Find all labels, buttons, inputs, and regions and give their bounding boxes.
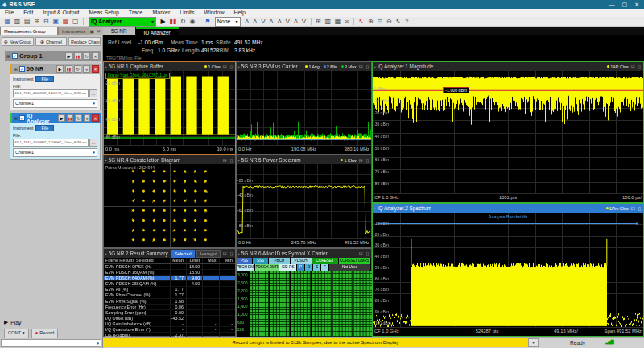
menu-meas-setup[interactable]: Meas Setup [85, 9, 124, 17]
result-summary-table[interactable]: Frame Results SelectedMeanLimitMaxMinEVM… [104, 258, 235, 336]
select-pointer-icon[interactable]: ↖ [357, 17, 365, 27]
channel-select[interactable]: Channel1▾ [13, 148, 97, 157]
peak-search-icon[interactable]: Λ [243, 17, 251, 27]
new-group-button[interactable]: ⊕ New Group [2, 37, 34, 46]
table-row[interactable]: Sampling Error (ppm)0.00 [104, 310, 235, 316]
group-pause-icon[interactable]: ▮▮ [74, 52, 81, 60]
window-layout-icon[interactable]: ▦ [332, 17, 342, 27]
print-icon[interactable]: ⊟ [222, 64, 228, 69]
menu-help[interactable]: Help [229, 9, 250, 17]
file-path-input[interactable]: 45-1_TDD_400MHZ_120KHZ_10ms_8VM.wv [13, 89, 89, 97]
evm-vs-carrier-plot[interactable] [237, 71, 371, 146]
record-button[interactable]: ● Record [31, 329, 59, 338]
menu-file[interactable]: File [0, 9, 19, 17]
file-path-input[interactable]: 45-1_TDD_400MHZ_120KHZ_10ms_8VM.wv [13, 139, 89, 147]
table-row[interactable]: EVM All (%)1.77 [104, 287, 235, 292]
table-row[interactable]: EVM PDSCH 256QAM (%)4.50 [104, 281, 235, 287]
menu-marker[interactable]: Marker [148, 9, 175, 17]
context-help-icon[interactable]: ↖ [394, 17, 402, 27]
split-window-icon[interactable]: ▥ [323, 17, 332, 27]
next-peak-icon[interactable]: Λ [251, 17, 259, 27]
print-icon[interactable]: ⊟ [358, 251, 364, 256]
channel-header-5g-nr[interactable]: ⊞✓5G NR▶▮▮↻●✕ [10, 64, 101, 74]
marker-func-icon[interactable]: V [283, 17, 291, 27]
channel-loop-icon[interactable]: ↻ [75, 114, 82, 122]
delete-icon[interactable]: ▯ [229, 64, 233, 69]
print-icon[interactable]: ⊟ [222, 251, 228, 256]
group-loop-icon[interactable]: ↻ [83, 52, 90, 60]
add-window-icon[interactable]: ⊞ [314, 17, 323, 27]
marker-off-icon[interactable]: V [299, 17, 308, 27]
channel-play-icon[interactable]: ▶ [56, 65, 64, 72]
open-layout-icon[interactable]: ▦ [2, 17, 12, 27]
print-icon[interactable]: ⊟ [630, 205, 636, 211]
delete-icon[interactable]: ▯ [365, 64, 369, 69]
channel-play-icon[interactable]: ▶ [58, 114, 65, 122]
pause-icon[interactable]: ▮▮ [167, 17, 179, 27]
delete-icon[interactable]: ▯ [638, 64, 642, 69]
menu-edit[interactable]: Edit [19, 9, 38, 17]
minimize-icon[interactable]: — [609, 2, 615, 8]
zoom-box-icon[interactable]: ⊡ [375, 17, 384, 27]
replace-channel-button[interactable]: ⇄ Replace Channel [68, 37, 101, 46]
marker-select[interactable]: None▾ [215, 17, 241, 27]
tab-instruments[interactable]: Instruments [58, 27, 89, 35]
zoom-in-icon[interactable]: ⊕ [366, 17, 375, 27]
table-row[interactable]: I/Q Gain Imbalance (dB)--- [104, 321, 235, 327]
open-file-icon[interactable]: ▤ [23, 17, 32, 27]
channel-close-icon[interactable]: ✕ [92, 65, 99, 72]
table-row[interactable]: I/Q Quadrature Error (°)--- [104, 327, 235, 333]
table-row[interactable]: I/Q Offset (dB)-43.52 [104, 316, 235, 321]
marker-icon[interactable]: ⚑ [203, 17, 213, 27]
channel-record-icon[interactable]: ● [84, 114, 91, 122]
iq-spectrum-titlebar[interactable]: ▪ IQ Analyzer.2 Spectrum 1Rm Clrw ⊟ ▯ [373, 204, 643, 213]
constellation-titlebar[interactable]: ▪ 5G NR.4 Constellation Diagram ⊟ ▯ [104, 155, 235, 164]
averaged-button[interactable]: Averaged [196, 250, 221, 258]
capture-buffer-titlebar[interactable]: ▪ 5G NR.1 Capture Buffer 1 Clrw ⊟ ▯ [104, 62, 235, 71]
alloc-id-plot[interactable]: 3,0002,6002,2001,8001,4001,000600200 [237, 271, 371, 336]
result-summary-titlebar[interactable]: ▪ 5G NR.2 Result Summary Selected Averag… [104, 249, 235, 258]
menu-window[interactable]: Window [200, 9, 229, 17]
sidebar-combobox[interactable]: ▾ [1, 339, 101, 347]
menu-trace[interactable]: Trace [124, 9, 148, 17]
run-single-icon[interactable]: ▶ [159, 17, 167, 27]
marker-right-icon[interactable]: Λ [275, 17, 283, 27]
refresh-icon[interactable]: ◉ [188, 17, 197, 27]
tab-5g-nr[interactable]: 5G NR [103, 27, 135, 35]
cont-button[interactable]: CONT ▾ [4, 329, 29, 338]
print-icon[interactable]: ⊟ [42, 17, 51, 27]
float-panel-icon[interactable]: ▣ [89, 28, 94, 34]
channel-header-iq-analyzer[interactable]: ⊞✓IQ Analyzer▶▮▮↻●✕ [10, 113, 101, 123]
monitor-icon[interactable]: ▢ [71, 17, 80, 27]
power-spectrum-plot[interactable]: -20 dBm-40 dBm-60 dBm-80 dBm [237, 164, 371, 239]
power-spectrum-titlebar[interactable]: ▪ 5G NR.5 Power Spectrum 1 Clrw ⊟ ▯ [237, 155, 371, 164]
instrument-connect-icon[interactable]: ▣ [51, 17, 60, 27]
channel-checkbox[interactable]: ✓ [19, 66, 25, 72]
iq-magnitude-titlebar[interactable]: ▪ IQ Analyzer.1 Magnitude 1AP Clrw ⊟ ▯ [373, 62, 643, 71]
channel-select[interactable]: Channel1▾ [13, 99, 97, 108]
min-peak-icon[interactable]: V [259, 17, 267, 27]
table-row[interactable]: EVM Phys Signal (%)1.68 [104, 299, 235, 304]
menu-input-output[interactable]: Input & Output [38, 9, 84, 17]
channel-pause-icon[interactable]: ▮▮ [67, 114, 74, 122]
print-icon[interactable]: ⊟ [358, 157, 364, 163]
instrument-file-button[interactable]: File [35, 76, 54, 82]
group-checkbox[interactable]: ✓ [12, 53, 18, 59]
table-row[interactable]: EVM PDSCH 16QAM (%)13.50 [104, 270, 235, 276]
help-icon[interactable]: ? [403, 17, 411, 27]
iq-spectrum-plot[interactable]: -10 dBm-20 dBm-30 dBm-40 dBm-50 dBm-60 d… [373, 213, 643, 328]
tab-iq-analyzer[interactable]: IQ Analyzer [136, 27, 179, 35]
table-row[interactable]: EVM PDSCH QPSK (%)18.50 [104, 264, 235, 270]
print-icon[interactable]: ⊟ [630, 64, 636, 69]
zoom-out-icon[interactable]: ⊖ [385, 17, 394, 27]
table-row[interactable]: Frequency Error (Hz)0.06 [104, 304, 235, 310]
expand-icon[interactable]: ⊞ [14, 66, 18, 72]
constellation-plot[interactable]: Points Measured : 2924944 [104, 164, 235, 247]
channel-pause-icon[interactable]: ▮▮ [65, 65, 72, 72]
display-config-icon[interactable]: ▦ [60, 17, 70, 27]
play-button[interactable]: ▶ Play [0, 317, 102, 327]
tab-measurement-group-setup[interactable]: Measurement Group Setup [0, 27, 58, 35]
channel-checkbox[interactable]: ✓ [19, 115, 25, 121]
capture-buffer-plot[interactable]: Frame Start Offset: 964.036711 µs -20 dB… [104, 71, 235, 146]
print-icon[interactable]: ⊟ [358, 64, 364, 69]
